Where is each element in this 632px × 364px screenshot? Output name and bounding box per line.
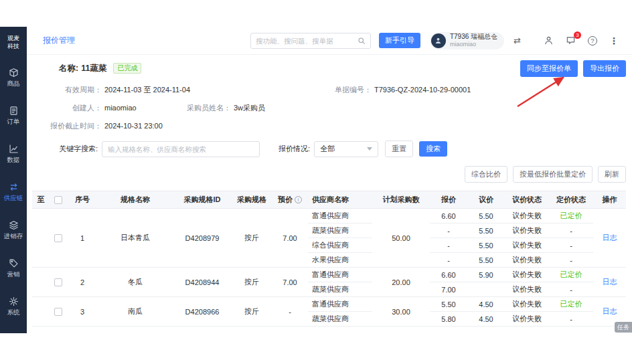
sidebar-item-label: 进销存 bbox=[4, 232, 23, 241]
col-header: 采购规格 bbox=[232, 191, 272, 209]
messages-icon[interactable]: 3 bbox=[566, 35, 576, 46]
sidebar-item-inventory[interactable]: 进销存 bbox=[4, 220, 23, 241]
seq-cell: 2 bbox=[67, 268, 98, 297]
chart-icon bbox=[9, 144, 19, 154]
row-checkbox[interactable] bbox=[54, 234, 62, 242]
search-icon bbox=[358, 37, 366, 45]
row-checkbox[interactable] bbox=[54, 308, 62, 316]
batch-price-button[interactable]: 按最低报价批量定价 bbox=[513, 166, 592, 183]
notification-badge: 3 bbox=[574, 31, 581, 39]
bargain-cell: 5.50 bbox=[467, 253, 505, 268]
breadcrumb[interactable]: 报价管理 bbox=[43, 35, 75, 46]
sidebar-item-label: 数据 bbox=[7, 156, 20, 165]
pin-cell bbox=[32, 297, 50, 327]
bargain-cell: 4.50 bbox=[467, 312, 505, 327]
sync-to-quote-button[interactable]: 同步至报价单 bbox=[520, 60, 578, 77]
sidebar-item-data[interactable]: 数据 bbox=[4, 144, 23, 165]
log-link[interactable]: 日志 bbox=[603, 234, 617, 242]
sidebar-items: 商品订单数据供应链进销存营销系统 bbox=[4, 50, 23, 317]
bargain-cell bbox=[467, 282, 505, 297]
table-row: 1日本青瓜D4208979按斤7.00富通供应商50.006.605.50议价失… bbox=[32, 209, 626, 223]
base-price-cell: 7.00 bbox=[272, 268, 308, 297]
quote-cell: - bbox=[430, 238, 467, 253]
spec-id-cell: D4208979 bbox=[173, 209, 232, 268]
sidebar-item-supply-chain[interactable]: 供应链 bbox=[4, 182, 23, 203]
col-header: 报价 bbox=[430, 191, 467, 209]
price-status-cell: - bbox=[549, 282, 593, 297]
spec-name-cell: 日本青瓜 bbox=[98, 209, 173, 268]
global-search[interactable] bbox=[250, 33, 371, 49]
col-header bbox=[50, 191, 67, 209]
price-status-cell: 已定价 bbox=[549, 268, 593, 282]
supplier-name-cell: 富通供应商 bbox=[308, 268, 372, 282]
guide-button[interactable]: 新手引导 bbox=[379, 33, 420, 48]
bargain-status-cell: 议价失败 bbox=[505, 223, 549, 238]
task-widget[interactable]: 任务 bbox=[615, 322, 632, 333]
table-row: 2冬瓜D4208944按斤7.00富通供应商20.006.605.90议价失败已… bbox=[32, 268, 626, 282]
user-name: miaomiao bbox=[450, 41, 497, 48]
col-header: 计划采购数 bbox=[372, 191, 430, 209]
sidebar-item-label: 商品 bbox=[7, 80, 20, 88]
bargain-status-cell: 议价失败 bbox=[505, 238, 549, 253]
bargain-status-cell: 议价失败 bbox=[505, 253, 549, 268]
main-area: 报价管理 新手引导 T7936 瑞福总仓 miaomiao ⇄ bbox=[27, 27, 632, 333]
price-status-cell: 已定价 bbox=[549, 297, 593, 312]
log-link[interactable]: 日志 bbox=[603, 307, 617, 315]
col-header: 序号 bbox=[67, 191, 98, 209]
sidebar-item-label: 供应链 bbox=[4, 194, 23, 203]
gear-icon bbox=[9, 296, 19, 306]
sidebar-item-goods[interactable]: 商品 bbox=[4, 68, 23, 88]
seq-cell: 3 bbox=[67, 297, 98, 327]
supplier-name-cell: 水果供应商 bbox=[308, 253, 372, 268]
avatar bbox=[431, 33, 446, 48]
sidebar-item-label: 营销 bbox=[7, 270, 20, 279]
select-all-checkbox[interactable] bbox=[54, 196, 62, 204]
refresh-button[interactable]: 刷新 bbox=[598, 166, 626, 183]
table-row: 3南瓜D4208966按斤-富通供应商30.005.504.50议价失败已定价日… bbox=[32, 297, 626, 312]
export-quote-button[interactable]: 导出报价 bbox=[583, 60, 626, 77]
bargain-cell: 5.50 bbox=[467, 238, 505, 253]
search-button[interactable]: 搜索 bbox=[419, 141, 447, 157]
summary-row-3: 报价截止时间： 2024-10-31 23:00 bbox=[32, 121, 626, 130]
table-toolbar: 综合比价 按最低报价批量定价 刷新 bbox=[32, 166, 626, 183]
quote-cell: 6.60 bbox=[430, 209, 467, 223]
sidebar-item-marketing[interactable]: 营销 bbox=[4, 258, 23, 279]
sidebar: 观麦科技 商品订单数据供应链进销存营销系统 bbox=[0, 27, 27, 333]
user-text: T7936 瑞福总仓 miaomiao bbox=[450, 33, 497, 48]
compare-button[interactable]: 综合比价 bbox=[465, 166, 507, 183]
supplier-name-cell: 蔬菜供应商 bbox=[308, 312, 372, 327]
sidebar-item-system[interactable]: 系统 bbox=[4, 296, 23, 317]
global-search-input[interactable] bbox=[256, 37, 358, 45]
switch-account-icon[interactable]: ⇄ bbox=[514, 35, 521, 46]
sidebar-item-label: 订单 bbox=[7, 118, 20, 126]
bargain-status-cell: 议价失败 bbox=[505, 312, 549, 327]
row-checkbox[interactable] bbox=[54, 278, 62, 286]
user-menu[interactable]: T7936 瑞福总仓 miaomiao bbox=[430, 32, 504, 50]
quote-cell: - bbox=[430, 223, 467, 238]
quote-cell: 5.80 bbox=[430, 312, 467, 327]
plan-qty-cell: 20.00 bbox=[372, 268, 430, 297]
checkbox-cell bbox=[50, 268, 67, 297]
base-price-cell: 7.00 bbox=[272, 209, 308, 268]
plan-qty-cell: 30.00 bbox=[372, 297, 430, 327]
purchase-spec-cell: 按斤 bbox=[232, 209, 272, 268]
field-deadline: 报价截止时间： 2024-10-31 23:00 bbox=[32, 121, 163, 130]
supplier-name-cell: 蔬菜供应商 bbox=[308, 223, 372, 238]
field-buyer-name: 采购员姓名： 3w采购员 bbox=[157, 103, 265, 112]
help-icon[interactable]: ? bbox=[588, 36, 597, 46]
quote-status-label: 报价情况: bbox=[279, 144, 310, 154]
reset-button[interactable]: 重置 bbox=[385, 141, 413, 157]
more-menu-icon[interactable]: ⋮ bbox=[609, 35, 619, 46]
log-link[interactable]: 日志 bbox=[603, 278, 617, 286]
sidebar-item-orders[interactable]: 订单 bbox=[4, 106, 23, 126]
contacts-icon[interactable] bbox=[544, 35, 554, 46]
quote-status-value: 全部 bbox=[320, 144, 335, 154]
quote-status-select[interactable]: 全部 bbox=[314, 141, 378, 157]
keyword-input[interactable] bbox=[102, 141, 260, 157]
supplier-name-cell: 综合供应商 bbox=[308, 238, 372, 253]
table-header-row: 至序号规格名称采购规格ID采购规格预价i供应商名称计划采购数报价议价议价状态定价… bbox=[32, 191, 626, 209]
purchase-spec-cell: 按斤 bbox=[232, 268, 272, 297]
bargain-status-cell: 议价失败 bbox=[505, 297, 549, 312]
app-window: 观麦科技 商品订单数据供应链进销存营销系统 报价管理 新手引导 T793 bbox=[0, 27, 632, 333]
keyword-label: 关键字搜索: bbox=[59, 144, 98, 154]
